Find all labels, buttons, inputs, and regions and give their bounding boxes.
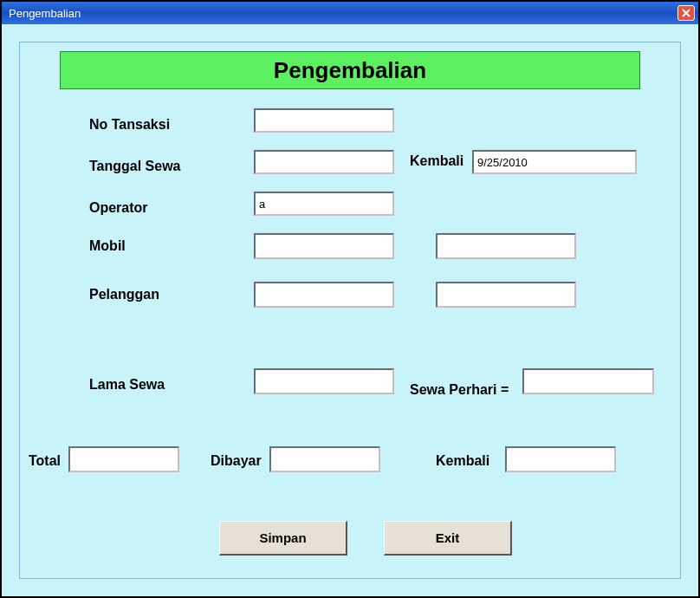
input-total[interactable] bbox=[68, 446, 179, 472]
label-pelanggan: Pelanggan bbox=[89, 287, 159, 302]
label-sewa-perhari: Sewa Perhari = bbox=[410, 382, 509, 398]
label-tanggal-sewa: Tanggal Sewa bbox=[89, 159, 181, 174]
label-lama-sewa: Lama Sewa bbox=[89, 377, 165, 393]
input-lama-sewa[interactable] bbox=[254, 368, 394, 394]
input-pelanggan-1[interactable] bbox=[254, 282, 394, 308]
input-dibayar[interactable] bbox=[269, 446, 380, 472]
label-kembali-date: Kembali bbox=[410, 153, 463, 169]
input-tanggal-sewa[interactable] bbox=[254, 150, 394, 174]
close-icon bbox=[682, 9, 690, 17]
label-no-transaksi: No Tansaksi bbox=[89, 117, 170, 133]
window-title: Pengembalian bbox=[9, 7, 81, 20]
exit-button[interactable]: Exit bbox=[384, 521, 512, 556]
input-pelanggan-2[interactable] bbox=[436, 282, 576, 308]
main-panel: Pengembalian No Tansaksi Tanggal Sewa Ke… bbox=[19, 42, 681, 579]
input-operator[interactable] bbox=[254, 192, 394, 216]
input-mobil-2[interactable] bbox=[436, 233, 576, 259]
input-no-transaksi[interactable] bbox=[254, 108, 394, 133]
label-total: Total bbox=[29, 453, 61, 469]
input-mobil-1[interactable] bbox=[254, 233, 394, 259]
close-button[interactable] bbox=[677, 5, 695, 21]
label-operator: Operator bbox=[89, 200, 148, 216]
label-dibayar: Dibayar bbox=[211, 453, 262, 469]
input-sewa-perhari[interactable] bbox=[522, 368, 654, 394]
label-mobil: Mobil bbox=[89, 238, 126, 254]
page-title-banner: Pengembalian bbox=[60, 51, 640, 89]
titlebar: Pengembalian bbox=[2, 2, 698, 24]
form-area: No Tansaksi Tanggal Sewa Kembali Operato… bbox=[20, 108, 680, 578]
simpan-button[interactable]: Simpan bbox=[219, 521, 347, 556]
client-area: Pengembalian No Tansaksi Tanggal Sewa Ke… bbox=[2, 24, 698, 596]
label-kembali-total: Kembali bbox=[436, 453, 489, 469]
input-kembali-total[interactable] bbox=[505, 446, 616, 472]
input-kembali-date[interactable] bbox=[472, 150, 637, 174]
window-frame: Pengembalian Pengembalian No Tansaksi Ta… bbox=[0, 0, 700, 598]
